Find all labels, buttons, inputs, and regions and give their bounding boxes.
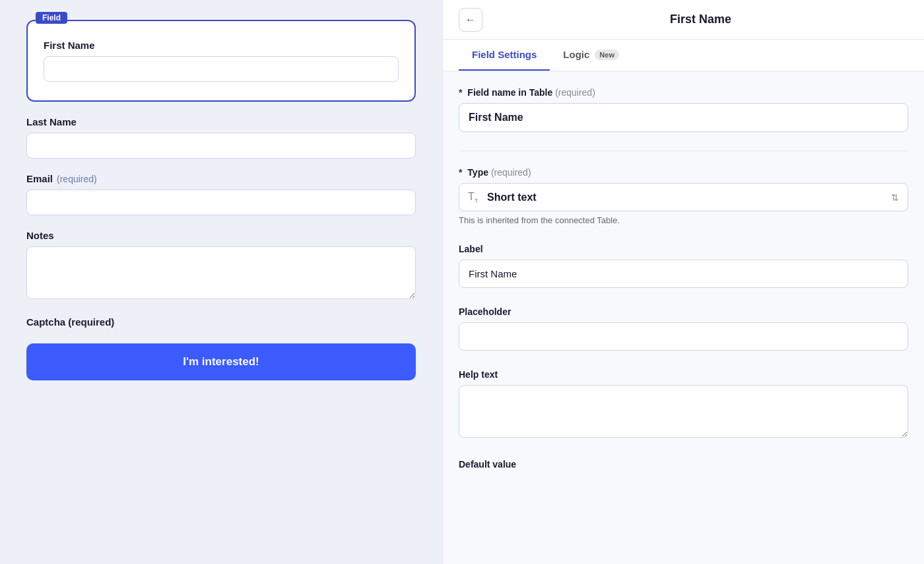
captcha-label: Captcha (required)	[26, 316, 416, 328]
right-header: ← First Name	[443, 0, 924, 40]
form-card: Field First Name	[26, 20, 416, 102]
last-name-section: Last Name Email (required) Notes Captcha…	[26, 116, 416, 380]
field-name-input[interactable]	[459, 103, 908, 132]
field-name-required: (required)	[555, 87, 595, 98]
notes-label: Notes	[26, 230, 416, 241]
type-select-wrapper: TT Short text Long text Number Email URL…	[459, 183, 908, 211]
last-name-label: Last Name	[26, 116, 416, 127]
tab-field-settings[interactable]: Field Settings	[459, 40, 550, 71]
divider-1	[459, 151, 908, 151]
back-icon: ←	[465, 14, 476, 26]
help-text-section: Help text	[459, 369, 908, 441]
first-name-label: First Name	[44, 40, 399, 51]
email-group: Email (required)	[26, 173, 416, 215]
label-input[interactable]	[459, 260, 908, 288]
panel-title: First Name	[493, 13, 908, 26]
inherited-note: This is inherited from the connected Tab…	[459, 215, 908, 225]
type-section: * Type (required) TT Short text Long tex…	[459, 167, 908, 225]
label-label: Label	[459, 244, 908, 254]
tab-logic[interactable]: Logic New	[550, 40, 632, 71]
tabs-row: Field Settings Logic New	[443, 40, 924, 71]
type-select[interactable]: Short text Long text Number Email URL	[459, 183, 908, 211]
notes-group: Notes	[26, 230, 416, 302]
default-value-label: Default value	[459, 459, 908, 470]
type-label: * Type (required)	[459, 167, 908, 178]
first-name-input[interactable]	[44, 56, 399, 82]
email-input[interactable]	[26, 190, 416, 215]
placeholder-input[interactable]	[459, 322, 908, 351]
field-badge: Field	[36, 12, 67, 24]
email-required: (required)	[57, 174, 97, 184]
help-text-label: Help text	[459, 369, 908, 380]
right-panel: ← First Name Field Settings Logic New * …	[442, 0, 924, 564]
last-name-group: Last Name	[26, 116, 416, 159]
email-label: Email (required)	[26, 173, 416, 184]
first-name-group: First Name	[44, 40, 399, 82]
last-name-input[interactable]	[26, 133, 416, 159]
field-name-label: * Field name in Table (required)	[459, 87, 908, 98]
submit-button[interactable]: I'm interested!	[26, 343, 416, 380]
back-button[interactable]: ←	[459, 8, 482, 32]
type-required: (required)	[491, 167, 531, 178]
tab-new-badge: New	[595, 50, 619, 60]
help-text-textarea[interactable]	[459, 385, 908, 438]
placeholder-section: Placeholder	[459, 306, 908, 351]
right-content: * Field name in Table (required) * Type …	[443, 71, 924, 564]
label-section: Label	[459, 244, 908, 288]
left-panel: Field First Name Last Name Email (requir…	[0, 0, 442, 564]
default-value-section: Default value	[459, 459, 908, 470]
field-name-section: * Field name in Table (required)	[459, 87, 908, 132]
placeholder-label: Placeholder	[459, 306, 908, 317]
notes-textarea[interactable]	[26, 246, 416, 299]
